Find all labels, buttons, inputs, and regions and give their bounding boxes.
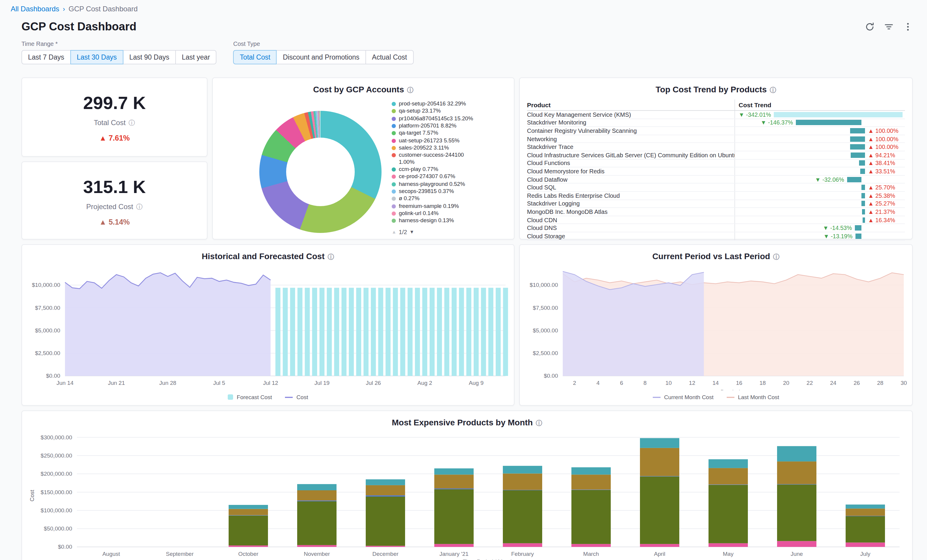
trend-cell: ▲ 25.70% <box>734 184 905 191</box>
legend-item[interactable]: qa-setup 23.17% <box>392 108 509 115</box>
table-row: Cloud Infrastructure Services GitLab Ser… <box>527 151 905 159</box>
table-row: Networking▲ 100.00% <box>527 135 905 143</box>
legend-label: ce-prod-274307 0.67% <box>399 174 477 181</box>
trend-bar <box>850 128 865 134</box>
legend-item[interactable]: harness-design 0.13% <box>392 218 509 225</box>
info-icon[interactable]: ⓘ <box>407 87 413 94</box>
legend-item[interactable]: uat-setup-261723 5.55% <box>392 137 509 144</box>
cost-by-gcp-accounts-card: Cost by GCP Accountsⓘ prod-setup-205416 … <box>212 77 514 240</box>
legend-label: qa-target 7.57% <box>399 130 477 137</box>
time-range-option-last-30-days[interactable]: Last 30 Days <box>70 50 123 64</box>
legend-color-dot <box>392 190 396 194</box>
table-row: MongoDB Inc. MongoDB Atlas▲ 21.37% <box>527 208 905 216</box>
trend-value: ▲ 100.00% <box>868 144 903 150</box>
svg-text:20: 20 <box>783 380 789 386</box>
historical-card-title: Historical and Forecasted Costⓘ <box>22 251 514 261</box>
info-icon[interactable]: ⓘ <box>536 419 542 426</box>
top-cost-trend-card: Top Cost Trend by Productsⓘ Product Cost… <box>519 77 913 240</box>
trend-bar <box>861 201 865 206</box>
svg-text:Aug 9: Aug 9 <box>469 380 484 386</box>
trend-card-title: Top Cost Trend by Productsⓘ <box>520 85 912 95</box>
legend-label: uat-setup-261723 5.55% <box>399 137 477 144</box>
legend-item[interactable]: harness-playground 0.52% <box>392 181 509 188</box>
svg-text:14: 14 <box>713 380 719 386</box>
legend-label: freemium-sample 0.19% <box>399 203 477 210</box>
svg-text:18: 18 <box>760 380 766 386</box>
last-month-swatch <box>727 396 734 398</box>
legend-page-indicator: 1/2 <box>399 229 407 235</box>
column-header-cost-trend: Cost Trend <box>734 100 905 110</box>
legend-label: ø 0.27% <box>399 196 477 203</box>
page-title: GCP Cost Dashboard <box>21 20 137 33</box>
legend-label: qa-setup 23.17% <box>399 108 477 115</box>
trend-bar <box>851 153 865 158</box>
legend-item[interactable]: golink-url 0.14% <box>392 210 509 217</box>
time-range-option-last-90-days[interactable]: Last 90 Days <box>123 50 176 64</box>
current-month-swatch <box>653 396 661 398</box>
legend-item[interactable]: freemium-sample 0.19% <box>392 203 509 210</box>
info-icon[interactable]: ⓘ <box>128 119 135 126</box>
time-range-filter: Time Range * Last 7 DaysLast 30 DaysLast… <box>21 41 217 64</box>
legend-item[interactable]: secops-239815 0.37% <box>392 188 509 195</box>
trend-cell: ▲ 100.00% <box>734 127 905 134</box>
trend-bar <box>856 233 862 238</box>
legend-page-down-icon[interactable]: ▼ <box>410 229 414 235</box>
info-icon[interactable]: ⓘ <box>328 253 334 260</box>
svg-text:July: July <box>860 551 870 557</box>
svg-text:$7,500.00: $7,500.00 <box>35 305 60 311</box>
total-cost-card: 299.7 K Total Costⓘ ▲ 7.61% <box>21 77 207 157</box>
product-name: Redis Labs Redis Enterprise Cloud <box>527 192 734 199</box>
comparison-chart: $0.00$2,500.00$5,000.00$7,500.00$10,000.… <box>524 264 909 390</box>
svg-text:March: March <box>583 551 599 557</box>
cost-type-option-discount-and-promotions[interactable]: Discount and Promotions <box>276 50 366 64</box>
legend-item[interactable]: ø 0.27% <box>392 196 509 203</box>
svg-text:16: 16 <box>736 380 742 386</box>
breadcrumb-all-dashboards[interactable]: All Dashboards <box>11 5 59 13</box>
trend-cell: ▲ 94.21% <box>734 151 905 159</box>
time-range-option-last-7-days[interactable]: Last 7 Days <box>21 50 71 64</box>
legend-item[interactable]: sales-209522 3.11% <box>392 145 509 152</box>
trend-value: ▼ -14.53% <box>823 225 852 231</box>
legend-item[interactable]: prod-setup-205416 32.29% <box>392 101 509 108</box>
info-icon[interactable]: ⓘ <box>770 87 776 94</box>
trend-bar <box>862 209 865 214</box>
trend-cell: ▼ -146.37% <box>734 119 905 126</box>
legend-item[interactable]: qa-target 7.57% <box>392 130 509 137</box>
trend-bar <box>850 144 865 150</box>
legend-label: platform-205701 8.82% <box>399 123 477 130</box>
monthly-card-title: Most Expensive Products by Monthⓘ <box>22 417 912 428</box>
historical-chart: $0.00$2,500.00$5,000.00$7,500.00$10,000.… <box>27 264 510 390</box>
refresh-icon[interactable] <box>865 22 875 32</box>
svg-text:$5,000.00: $5,000.00 <box>533 327 558 334</box>
legend-item[interactable]: ccm-play 0.77% <box>392 166 509 173</box>
historical-forecast-card: Historical and Forecasted Costⓘ $0.00$2,… <box>21 244 514 406</box>
product-name: Container Registry Vulnerability Scannin… <box>527 127 734 134</box>
info-icon[interactable]: ⓘ <box>773 253 780 260</box>
filter-icon[interactable] <box>884 22 894 32</box>
projected-cost-label: Projected Costⓘ <box>22 203 207 211</box>
trend-cell: ▼ -14.53% <box>734 224 905 232</box>
trend-bar <box>863 217 865 223</box>
legend-item[interactable]: customer-success-244100 1.00% <box>392 152 509 165</box>
legend-page-up-icon[interactable]: ▲ <box>392 229 397 235</box>
cost-type-option-total-cost[interactable]: Total Cost <box>233 50 277 64</box>
trend-value: ▲ 100.00% <box>868 127 903 134</box>
legend-item[interactable]: ce-prod-274307 0.67% <box>392 174 509 181</box>
cost-type-button-group: Total CostDiscount and PromotionsActual … <box>233 50 414 64</box>
legend-item[interactable]: pr10406a87045145c3 15.20% <box>392 115 509 122</box>
info-icon[interactable]: ⓘ <box>136 203 143 210</box>
svg-text:Jun 21: Jun 21 <box>108 380 125 386</box>
trend-value: ▲ 25.70% <box>868 184 903 191</box>
projected-cost-card: 315.1 K Projected Costⓘ ▲ 5.14% <box>21 161 207 240</box>
table-row: Cloud Memorystore for Redis▲ 33.51% <box>527 167 905 176</box>
time-range-option-last-year[interactable]: Last year <box>175 50 217 64</box>
legend-color-dot <box>392 109 396 114</box>
svg-text:$50,000.00: $50,000.00 <box>44 525 72 532</box>
svg-text:$0.00: $0.00 <box>46 373 60 379</box>
forecast-bars <box>275 288 508 376</box>
more-vertical-icon[interactable] <box>903 22 913 32</box>
cost-type-option-actual-cost[interactable]: Actual Cost <box>365 50 414 64</box>
legend-item[interactable]: platform-205701 8.82% <box>392 123 509 130</box>
product-name: Stackdriver Logging <box>527 200 734 207</box>
svg-text:$300,000.00: $300,000.00 <box>41 434 72 440</box>
